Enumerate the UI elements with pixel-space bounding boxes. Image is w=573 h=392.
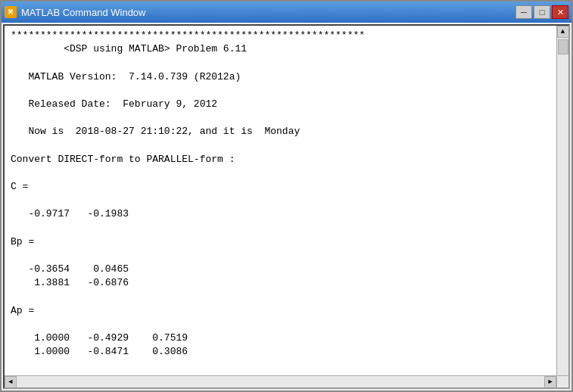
minimize-button[interactable]: ─ xyxy=(515,5,532,19)
window-controls: ─ □ ✕ xyxy=(515,5,568,19)
content-area: ****************************************… xyxy=(3,24,570,389)
maximize-button[interactable]: □ xyxy=(534,5,550,19)
title-bar: M MATLAB Command Window ─ □ ✕ xyxy=(2,2,571,23)
scroll-right-arrow[interactable]: ► xyxy=(544,376,556,388)
matlab-window: M MATLAB Command Window ─ □ ✕ **********… xyxy=(0,0,573,392)
close-button[interactable]: ✕ xyxy=(552,5,568,19)
scroll-up-arrow[interactable]: ▲ xyxy=(557,26,569,38)
scrollbar-thumb-v[interactable] xyxy=(558,39,568,54)
terminal-output[interactable]: ****************************************… xyxy=(5,26,568,387)
scroll-left-arrow[interactable]: ◄ xyxy=(5,376,17,388)
window-title: MATLAB Command Window xyxy=(21,7,145,18)
matlab-icon: M xyxy=(5,6,17,18)
title-bar-left: M MATLAB Command Window xyxy=(5,6,145,18)
horizontal-scrollbar[interactable]: ◄ ► xyxy=(5,375,556,387)
vertical-scrollbar[interactable]: ▲ xyxy=(556,26,568,375)
scrollbar-corner xyxy=(556,375,568,387)
